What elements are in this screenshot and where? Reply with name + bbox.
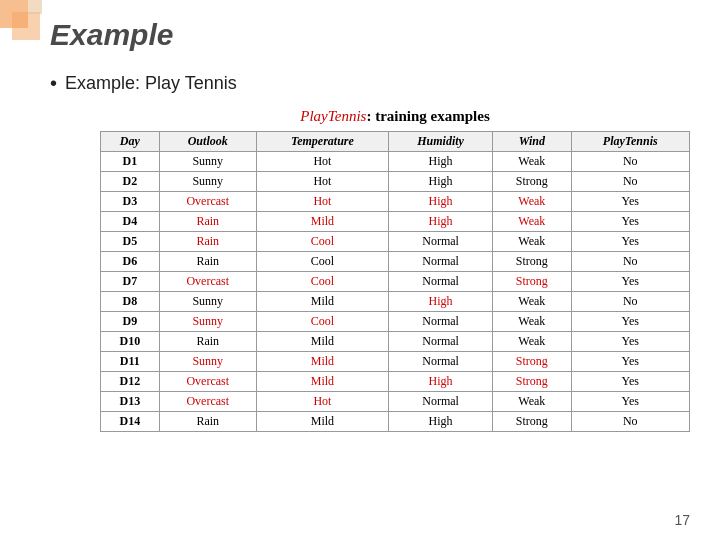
- cell-r4-c2: Cool: [256, 232, 388, 252]
- cell-r5-c2: Cool: [256, 252, 388, 272]
- table-header-row: Day Outlook Temperature Humidity Wind Pl…: [101, 132, 690, 152]
- cell-r6-c0: D7: [101, 272, 160, 292]
- table-title: PlayTennis: training examples: [100, 108, 690, 125]
- cell-r3-c3: High: [389, 212, 493, 232]
- cell-r9-c2: Mild: [256, 332, 388, 352]
- cell-r12-c0: D13: [101, 392, 160, 412]
- cell-r6-c1: Overcast: [159, 272, 256, 292]
- table-title-italic: PlayTennis: [300, 108, 366, 124]
- cell-r12-c5: Yes: [571, 392, 689, 412]
- cell-r2-c1: Overcast: [159, 192, 256, 212]
- cell-r13-c3: High: [389, 412, 493, 432]
- col-temperature: Temperature: [256, 132, 388, 152]
- cell-r10-c5: Yes: [571, 352, 689, 372]
- cell-r6-c3: Normal: [389, 272, 493, 292]
- cell-r3-c5: Yes: [571, 212, 689, 232]
- cell-r13-c4: Strong: [493, 412, 571, 432]
- col-wind: Wind: [493, 132, 571, 152]
- cell-r11-c3: High: [389, 372, 493, 392]
- cell-r9-c1: Rain: [159, 332, 256, 352]
- cell-r2-c3: High: [389, 192, 493, 212]
- cell-r12-c1: Overcast: [159, 392, 256, 412]
- cell-r1-c3: High: [389, 172, 493, 192]
- bullet-icon: •: [50, 72, 57, 95]
- cell-r8-c5: Yes: [571, 312, 689, 332]
- cell-r4-c3: Normal: [389, 232, 493, 252]
- cell-r4-c5: Yes: [571, 232, 689, 252]
- cell-r5-c0: D6: [101, 252, 160, 272]
- cell-r6-c2: Cool: [256, 272, 388, 292]
- cell-r1-c5: No: [571, 172, 689, 192]
- cell-r9-c5: Yes: [571, 332, 689, 352]
- cell-r7-c3: High: [389, 292, 493, 312]
- cell-r13-c5: No: [571, 412, 689, 432]
- table-row: D12OvercastMildHighStrongYes: [101, 372, 690, 392]
- cell-r1-c4: Strong: [493, 172, 571, 192]
- table-row: D11SunnyMildNormalStrongYes: [101, 352, 690, 372]
- table-row: D6RainCoolNormalStrongNo: [101, 252, 690, 272]
- cell-r8-c1: Sunny: [159, 312, 256, 332]
- col-outlook: Outlook: [159, 132, 256, 152]
- table-row: D1SunnyHotHighWeakNo: [101, 152, 690, 172]
- cell-r3-c4: Weak: [493, 212, 571, 232]
- cell-r11-c5: Yes: [571, 372, 689, 392]
- col-playtennis: PlayTennis: [571, 132, 689, 152]
- page-title: Example: [50, 18, 173, 52]
- cell-r8-c4: Weak: [493, 312, 571, 332]
- table-title-rest: : training examples: [366, 108, 489, 124]
- table-row: D3OvercastHotHighWeakYes: [101, 192, 690, 212]
- cell-r13-c0: D14: [101, 412, 160, 432]
- cell-r5-c3: Normal: [389, 252, 493, 272]
- cell-r7-c4: Weak: [493, 292, 571, 312]
- cell-r11-c1: Overcast: [159, 372, 256, 392]
- cell-r8-c2: Cool: [256, 312, 388, 332]
- table-row: D13OvercastHotNormalWeakYes: [101, 392, 690, 412]
- cell-r3-c1: Rain: [159, 212, 256, 232]
- cell-r12-c2: Hot: [256, 392, 388, 412]
- table-row: D14RainMildHighStrongNo: [101, 412, 690, 432]
- cell-r12-c3: Normal: [389, 392, 493, 412]
- page-number: 17: [674, 512, 690, 528]
- bullet-label: Example: Play Tennis: [65, 73, 237, 94]
- cell-r5-c1: Rain: [159, 252, 256, 272]
- cell-r8-c3: Normal: [389, 312, 493, 332]
- main-content: PlayTennis: training examples Day Outloo…: [100, 108, 690, 432]
- cell-r11-c4: Strong: [493, 372, 571, 392]
- cell-r3-c0: D4: [101, 212, 160, 232]
- cell-r13-c2: Mild: [256, 412, 388, 432]
- cell-r2-c0: D3: [101, 192, 160, 212]
- cell-r0-c3: High: [389, 152, 493, 172]
- cell-r13-c1: Rain: [159, 412, 256, 432]
- cell-r2-c2: Hot: [256, 192, 388, 212]
- cell-r4-c0: D5: [101, 232, 160, 252]
- cell-r10-c3: Normal: [389, 352, 493, 372]
- cell-r6-c4: Strong: [493, 272, 571, 292]
- cell-r10-c1: Sunny: [159, 352, 256, 372]
- cell-r1-c1: Sunny: [159, 172, 256, 192]
- cell-r1-c0: D2: [101, 172, 160, 192]
- table-row: D7OvercastCoolNormalStrongYes: [101, 272, 690, 292]
- table-row: D4RainMildHighWeakYes: [101, 212, 690, 232]
- cell-r4-c1: Rain: [159, 232, 256, 252]
- cell-r9-c3: Normal: [389, 332, 493, 352]
- cell-r10-c0: D11: [101, 352, 160, 372]
- cell-r7-c1: Sunny: [159, 292, 256, 312]
- table-row: D2SunnyHotHighStrongNo: [101, 172, 690, 192]
- cell-r5-c4: Strong: [493, 252, 571, 272]
- data-table: Day Outlook Temperature Humidity Wind Pl…: [100, 131, 690, 432]
- cell-r10-c2: Mild: [256, 352, 388, 372]
- cell-r1-c2: Hot: [256, 172, 388, 192]
- cell-r3-c2: Mild: [256, 212, 388, 232]
- cell-r2-c4: Weak: [493, 192, 571, 212]
- col-humidity: Humidity: [389, 132, 493, 152]
- cell-r11-c2: Mild: [256, 372, 388, 392]
- cell-r10-c4: Strong: [493, 352, 571, 372]
- cell-r5-c5: No: [571, 252, 689, 272]
- cell-r0-c1: Sunny: [159, 152, 256, 172]
- cell-r0-c4: Weak: [493, 152, 571, 172]
- cell-r8-c0: D9: [101, 312, 160, 332]
- cell-r9-c0: D10: [101, 332, 160, 352]
- table-row: D8SunnyMildHighWeakNo: [101, 292, 690, 312]
- cell-r7-c2: Mild: [256, 292, 388, 312]
- bullet-section: • Example: Play Tennis: [50, 72, 237, 95]
